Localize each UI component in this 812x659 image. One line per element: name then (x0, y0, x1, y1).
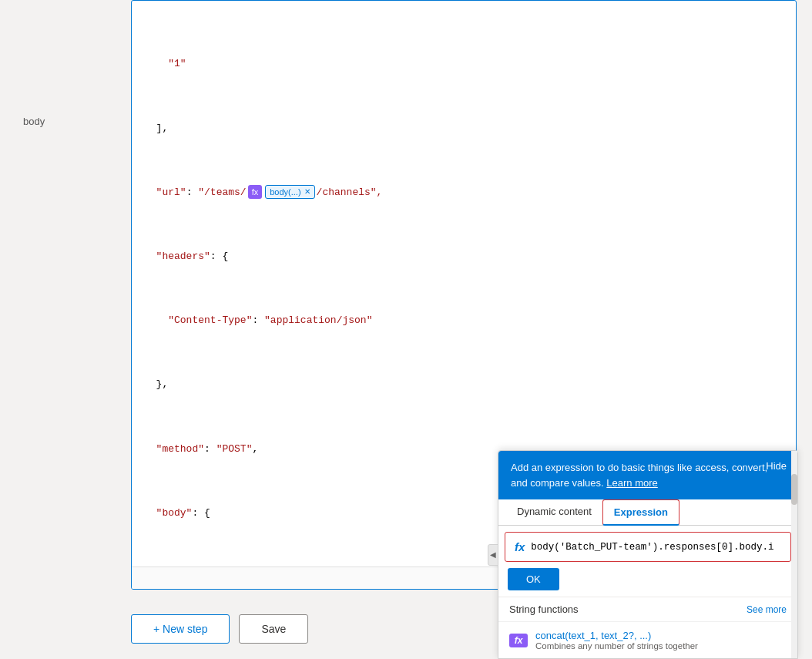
panel-header-text: Add an expression to do basic things lik… (511, 460, 785, 490)
func-info: concat(text_1, text_2?, ...) Combines an… (535, 630, 698, 651)
bottom-actions: + New step Save (131, 614, 308, 644)
fx-token-chip[interactable]: fx (248, 185, 263, 199)
ok-button[interactable]: OK (508, 568, 559, 590)
code-line: "Content-Type": "application/json" (144, 313, 783, 329)
code-line: "url": "/teams/fxbody(...)✕/channels", (144, 185, 783, 201)
code-line: "1" (144, 56, 783, 72)
body-chip-close[interactable]: ✕ (304, 186, 310, 198)
code-line: ], (144, 121, 783, 137)
func-description: Combines any number of strings together (535, 641, 698, 651)
tab-dynamic-content[interactable]: Dynamic content (506, 499, 602, 526)
expression-panel: ◀ Add an expression to do basic things l… (498, 450, 798, 659)
body-label: body (23, 116, 45, 127)
main-canvas: body "1" ], "url": "/teams/fxbody(...)✕/… (0, 0, 812, 659)
tab-expression[interactable]: Expression (602, 499, 679, 526)
learn-more-link[interactable]: Learn more (606, 477, 657, 489)
fx-icon: fx (515, 540, 525, 553)
code-line: "headers": { (144, 249, 783, 265)
scroll-track (791, 451, 797, 658)
expression-input-row[interactable]: fx body('Batch_PUT-team').responses[0].b… (505, 532, 791, 562)
see-more-button[interactable]: See more (747, 604, 787, 615)
hide-button[interactable]: Hide (766, 460, 787, 472)
section-title: String functions (509, 604, 579, 615)
string-functions-section-header: String functions See more (498, 597, 797, 621)
code-line: }, (144, 377, 783, 393)
new-step-button[interactable]: + New step (131, 614, 230, 644)
scroll-thumb[interactable] (791, 474, 797, 505)
collapse-arrow[interactable]: ◀ (488, 544, 498, 566)
panel-header: Add an expression to do basic things lik… (498, 451, 797, 499)
func-name: concat(text_1, text_2?, ...) (535, 630, 698, 641)
expression-input[interactable]: body('Batch_PUT-team').responses[0].body… (531, 542, 781, 553)
func-fx-icon: fx (509, 634, 528, 647)
panel-tabs: Dynamic content Expression (498, 499, 797, 526)
function-item-concat[interactable]: fx concat(text_1, text_2?, ...) Combines… (498, 621, 797, 658)
save-button[interactable]: Save (239, 614, 308, 644)
body-token-chip[interactable]: body(...)✕ (265, 185, 314, 199)
